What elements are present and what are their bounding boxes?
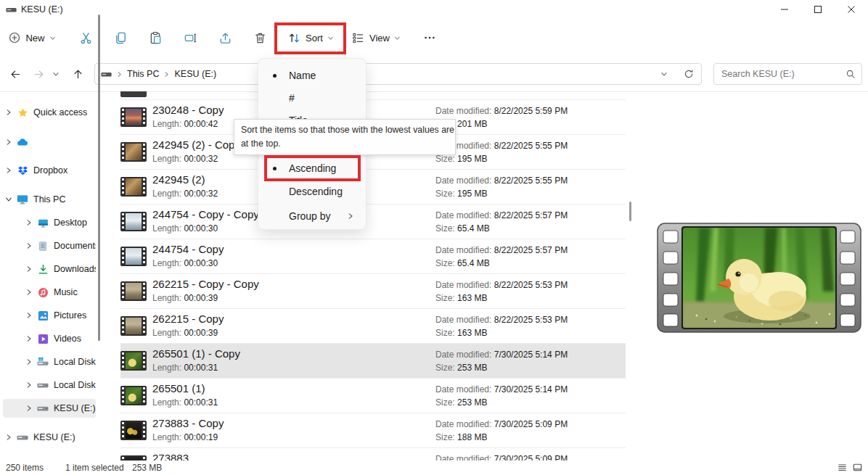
sidebar-item[interactable]: KESU (E:)	[3, 428, 96, 447]
titlebar: KESU (E:)	[0, 0, 868, 19]
file-date-modified: Date modified: 7/30/2025 5:14 PM	[435, 350, 568, 360]
menu-item-label: Name	[289, 70, 316, 81]
file-row[interactable]: 242945 (2)Length: 00:00:32Date modified:…	[120, 169, 626, 205]
recent-locations-chevron[interactable]	[48, 63, 64, 85]
address-dropdown-chevron[interactable]	[660, 70, 668, 78]
file-row[interactable]: 262215 - Copy - CopyLength: 00:00:39Date…	[120, 273, 626, 309]
refresh-icon[interactable]	[684, 69, 694, 79]
video-thumbnail	[120, 142, 147, 162]
filmstrip-holes	[122, 422, 124, 439]
file-length: Length: 00:00:31	[152, 397, 218, 408]
chevron-right-icon[interactable]	[3, 167, 15, 174]
file-list-scrollbar[interactable]	[629, 202, 631, 221]
search-icon[interactable]	[846, 69, 856, 79]
sidebar-item[interactable]: This PC	[3, 190, 96, 209]
file-size: Size: 195 MB	[435, 154, 487, 164]
breadcrumb-this-pc[interactable]: This PC	[124, 69, 162, 79]
file-date-modified: Date modified: 8/22/2025 5:59 PM	[435, 106, 568, 116]
chevron-right-icon[interactable]	[3, 434, 15, 441]
file-size: Size: 65.4 MB	[435, 223, 490, 234]
rename-button[interactable]	[177, 25, 203, 51]
sidebar-item[interactable]: Dropbox	[3, 161, 96, 180]
sidebar-item[interactable]: KESU (E:)	[3, 399, 96, 418]
file-row[interactable]: 244754 - CopyLength: 00:00:30Date modifi…	[120, 239, 626, 274]
selected-bullet-icon	[273, 74, 277, 78]
chevron-right-icon[interactable]	[23, 405, 35, 412]
sidebar-item[interactable]: Music	[3, 283, 96, 302]
video-thumbnail	[120, 212, 147, 231]
cloud-icon	[15, 136, 30, 148]
file-size: Size: 253 MB	[435, 397, 487, 408]
search-input[interactable]	[720, 68, 846, 80]
maximize-button[interactable]	[801, 0, 835, 19]
sidebar-item-label: KESU (E:)	[33, 432, 75, 442]
chevron-down-icon[interactable]	[3, 196, 15, 203]
file-row[interactable]: 244754 - Copy - CopyLength: 00:00:30Date…	[120, 204, 626, 239]
up-button[interactable]	[67, 63, 89, 85]
sidebar-item[interactable]: Quick access	[3, 103, 96, 122]
sidebar-item[interactable]: Videos	[3, 329, 96, 348]
delete-button[interactable]	[247, 25, 273, 51]
new-button[interactable]: New	[6, 25, 58, 51]
more-options-button[interactable]	[417, 25, 443, 51]
file-length: Length: 00:00:30	[152, 258, 218, 268]
filmstrip-holes	[143, 144, 145, 160]
close-button[interactable]	[835, 0, 868, 19]
minimize-button[interactable]	[768, 0, 801, 19]
file-size: Size: 253 MB	[435, 363, 487, 373]
sidebar-item[interactable]: Local Disk (D:)	[3, 376, 96, 395]
file-length: Length: 00:00:32	[152, 189, 218, 199]
sidebar-item-label: Quick access	[33, 107, 87, 117]
disk-icon	[35, 382, 51, 389]
selection-size: 253 MB	[132, 463, 162, 473]
filmstrip-holes	[143, 422, 145, 439]
large-thumbnails-view-toggle[interactable]	[852, 462, 863, 473]
sidebar-item[interactable]: Pictures	[3, 306, 96, 325]
sort-menu-item-group-by[interactable]: Group by	[261, 205, 364, 227]
file-row[interactable]: 265501 (1) - CopyLength: 00:00:31Date mo…	[120, 343, 626, 379]
sidebar-item[interactable]: Desktop	[3, 213, 96, 232]
chevron-right-icon[interactable]	[23, 358, 35, 365]
sidebar-item[interactable]: Documents	[3, 236, 96, 255]
file-row[interactable]: 273883 - CopyLength: 00:00:19Date modifi…	[120, 413, 626, 448]
filmstrip-holes	[143, 178, 145, 195]
paste-button[interactable]	[142, 25, 168, 51]
sidebar-scrollbar[interactable]	[98, 15, 100, 341]
sidebar-item[interactable]: Downloads	[3, 260, 96, 278]
chevron-right-icon[interactable]	[23, 335, 35, 342]
file-date-modified: Date modified: 7/30/2025 5:14 PM	[435, 384, 568, 395]
address-bar[interactable]: This PC KESU (E:)	[94, 63, 702, 85]
file-row[interactable]: 262215 - CopyLength: 00:00:39Date modifi…	[120, 308, 626, 344]
video-thumbnail	[120, 386, 147, 405]
forward-button[interactable]	[28, 63, 49, 85]
share-button[interactable]	[212, 25, 238, 51]
breadcrumb-kesu-drive[interactable]: KESU (E:)	[171, 69, 219, 79]
chevron-right-icon[interactable]	[23, 265, 35, 273]
file-size: Size: 163 MB	[435, 293, 487, 303]
sort-menu-item--[interactable]: #	[261, 87, 364, 109]
breadcrumb-chevron-icon	[116, 71, 123, 78]
copy-button[interactable]	[107, 25, 134, 51]
window-title: KESU (E:)	[21, 4, 63, 15]
file-row[interactable]: 265501 (1)Length: 00:00:31Date modified:…	[120, 378, 626, 413]
chevron-right-icon[interactable]	[23, 381, 35, 389]
chevron-right-icon[interactable]	[3, 109, 15, 116]
cut-button[interactable]	[73, 25, 99, 51]
details-view-toggle[interactable]	[837, 462, 848, 473]
chevron-right-icon[interactable]	[23, 242, 35, 249]
sidebar-item[interactable]: Local Disk (C:)	[3, 352, 96, 371]
file-name: 265501 (1) - Copy	[152, 347, 240, 360]
back-button[interactable]	[4, 63, 26, 85]
sidebar-item[interactable]	[3, 133, 96, 152]
chevron-right-icon[interactable]	[23, 289, 35, 296]
thumbnail-image	[126, 422, 142, 439]
view-button[interactable]: View	[347, 25, 405, 51]
video-thumbnail	[120, 281, 147, 301]
sort-menu-item-name[interactable]: Name	[261, 65, 364, 86]
file-name: 230248 - Copy	[152, 104, 224, 116]
search-box[interactable]	[713, 63, 862, 85]
chevron-right-icon[interactable]	[3, 139, 15, 146]
chevron-right-icon[interactable]	[23, 312, 35, 319]
sort-menu-item-descending[interactable]: Descending	[261, 181, 364, 202]
chevron-right-icon[interactable]	[23, 219, 35, 226]
